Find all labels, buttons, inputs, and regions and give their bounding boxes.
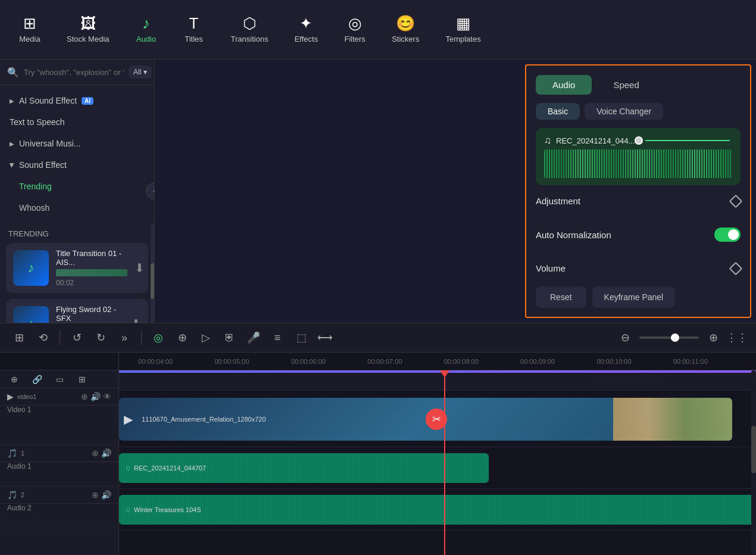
add-track-button[interactable]: ⊕ xyxy=(5,370,24,389)
scroll-thumb[interactable] xyxy=(151,263,154,299)
sidebar-item-text-to-speech[interactable]: Text to Speech xyxy=(0,111,154,133)
chevron-down-icon: ▾ xyxy=(143,68,147,76)
nav-audio[interactable]: ♪ Audio xyxy=(129,12,164,47)
audio-clip-1[interactable]: ♫ REC_20241214_044707 xyxy=(119,453,489,483)
nav-filters[interactable]: ◎ Filters xyxy=(337,12,373,47)
volume-keyframe-icon[interactable] xyxy=(729,261,743,275)
sidebar-item-universal-music[interactable]: ▶ Universal Musi... xyxy=(0,133,154,154)
auto-normalization-toggle[interactable] xyxy=(714,227,741,242)
keyframe-panel-button[interactable]: Keyframe Panel xyxy=(592,286,676,308)
nav-templates[interactable]: ▦ Templates xyxy=(438,12,488,47)
track-label-icons-audio2: ⊕ 🔊 xyxy=(92,490,111,500)
sound-card-1[interactable]: ♪ Title Transition 01 - AIS... 00:02 ⬇ xyxy=(6,243,148,293)
zoom-out-button[interactable]: ⊖ xyxy=(616,328,635,347)
sidebar-item-trending[interactable]: Trending xyxy=(0,176,154,197)
audio-clip-1-label: REC_20241214_044707 xyxy=(134,464,206,472)
audio2-volume-icon[interactable]: 🔊 xyxy=(101,490,111,500)
stickers-icon: 😊 xyxy=(396,15,415,31)
nav-media[interactable]: ⊞ Media xyxy=(12,12,48,47)
track-row-video1: ▶ 1110670_Amusement_Relation_1280x720 ✂ xyxy=(119,391,756,447)
sidebar-item-ai-sound[interactable]: ▶ AI Sound Effect AI xyxy=(0,90,154,111)
download-icon-1[interactable]: ⬇ xyxy=(135,261,145,275)
layout-options-icon[interactable]: ⋮⋮ xyxy=(727,328,746,347)
sound-list: TRENDING ♪ Title Transition 01 - AIS... … xyxy=(0,223,154,323)
track-row-audio2: ♫ Winter Treasures 104S xyxy=(119,489,756,531)
sound-title-2: Flying Sword 02 - SFX xyxy=(56,305,124,323)
adjustment-keyframe-icon[interactable] xyxy=(729,194,743,208)
audio1-num: 1 xyxy=(21,450,24,457)
reset-button[interactable]: Reset xyxy=(536,286,586,308)
time-tick-2: 00:00:06:00 xyxy=(291,358,326,365)
screen-record-icon[interactable]: ⬚ xyxy=(292,328,311,347)
audio-volume-icon[interactable]: 🔊 xyxy=(101,448,111,458)
nav-stickers[interactable]: 😊 Stickers xyxy=(385,12,426,47)
add-audio-icon[interactable]: ⊕ xyxy=(92,448,99,458)
download-icon-2[interactable]: ⬇ xyxy=(131,317,141,323)
main-content: 🔍 All ▾ ··· ▶ AI Sound Effect AI Text to… xyxy=(0,60,756,323)
nav-effects[interactable]: ✦ Effects xyxy=(288,12,326,47)
audio-clip-2[interactable]: ♫ Winter Treasures 104S xyxy=(119,495,756,525)
add-audio2-icon[interactable]: ⊕ xyxy=(92,490,99,500)
subtab-voice-changer[interactable]: Voice Changer xyxy=(585,103,663,120)
split-icon[interactable]: ▭ xyxy=(50,370,69,389)
search-input[interactable] xyxy=(24,68,124,77)
track-label-video1: ▶ video1 ⊕ 🔊 👁 xyxy=(0,388,118,406)
time-tick-5: 00:00:09:00 xyxy=(520,358,555,365)
select-tool-icon[interactable]: ⟲ xyxy=(33,328,52,347)
top-navigation: ⊞ Media 🖼 Stock Media ♪ Audio T Titles ⬡… xyxy=(0,0,756,60)
tab-audio[interactable]: Audio xyxy=(536,75,592,95)
audio1-track-name: Audio 1 xyxy=(0,462,118,470)
music-note-icon-2: ♪ xyxy=(28,316,35,323)
shield-icon[interactable]: ⛨ xyxy=(220,328,239,347)
sound-card-2[interactable]: ♪ Flying Sword 02 - SFX 00:04 ⬇ xyxy=(6,299,148,323)
v-scrollbar-thumb[interactable] xyxy=(751,426,756,473)
video-track-icon: ▶ xyxy=(7,392,14,401)
search-filter-dropdown[interactable]: All ▾ xyxy=(129,66,152,79)
text-to-speech-label: Text to Speech xyxy=(10,117,65,127)
scene-view-icon[interactable]: ⊞ xyxy=(10,328,29,347)
video-clip-1[interactable]: ▶ 1110670_Amusement_Relation_1280x720 ✂ xyxy=(119,398,732,441)
redo-button[interactable]: ↻ xyxy=(91,328,110,347)
nav-stock-media[interactable]: 🖼 Stock Media xyxy=(60,12,117,47)
zoom-slider-thumb[interactable] xyxy=(671,333,679,342)
add-media-icon[interactable]: ⊕ xyxy=(81,392,88,401)
add-clip-icon[interactable]: ⊕ xyxy=(173,328,192,347)
list-icon[interactable]: ≡ xyxy=(268,328,287,347)
mic-icon[interactable]: 🎤 xyxy=(244,328,263,347)
chevron-left-icon: ‹ xyxy=(153,187,155,195)
face-track-icon[interactable]: ◎ xyxy=(149,328,168,347)
audio-waveform-header: ♫ REC_20241214_044... xyxy=(544,135,732,146)
music-note-icon: ♫ xyxy=(544,135,551,146)
volume-icon[interactable]: 🔊 xyxy=(90,392,101,401)
track-label-audio2: 🎵 2 ⊕ 🔊 xyxy=(0,487,118,504)
time-tick-6: 00:00:10:00 xyxy=(597,358,632,365)
undo-button[interactable]: ↺ xyxy=(67,328,86,347)
nav-titles[interactable]: T Titles xyxy=(176,12,212,47)
play-icon[interactable]: ▷ xyxy=(196,328,215,347)
subtab-basic[interactable]: Basic xyxy=(536,103,580,120)
audio-track-icon-2: 🎵 xyxy=(7,490,17,500)
sidebar-menu: ▶ AI Sound Effect AI Text to Speech ▶ Un… xyxy=(0,85,154,223)
more-tools-icon[interactable]: » xyxy=(115,328,134,347)
link-icon[interactable]: 🔗 xyxy=(27,370,46,389)
zoom-slider[interactable] xyxy=(639,336,699,339)
search-bar: 🔍 All ▾ ··· xyxy=(0,60,154,85)
scissors-icon[interactable]: ✂ xyxy=(426,409,447,430)
scroll-track xyxy=(151,223,154,323)
sidebar-item-whoosh[interactable]: Whoosh xyxy=(0,197,154,219)
zoom-in-button[interactable]: ⊕ xyxy=(704,328,723,347)
audio2-track-name: Audio 2 xyxy=(0,504,118,512)
eye-icon[interactable]: 👁 xyxy=(103,392,111,401)
group-icon[interactable]: ⊞ xyxy=(73,370,92,389)
templates-icon: ▦ xyxy=(456,15,471,31)
resize-icon[interactable]: ⟷ xyxy=(315,328,335,347)
track-label-icons-audio1: ⊕ 🔊 xyxy=(92,448,111,458)
audio-file-name: REC_20241214_044... xyxy=(556,136,635,145)
nav-transitions[interactable]: ⬡ Transitions xyxy=(224,12,276,47)
sidebar-item-sound-effect[interactable]: ▶ Sound Effect xyxy=(0,154,154,176)
adjustment-row: Adjustment xyxy=(536,194,741,208)
panel-tabs: Audio Speed xyxy=(536,75,741,95)
tab-speed[interactable]: Speed xyxy=(596,75,655,95)
time-tick-1: 00:00:05:00 xyxy=(215,358,249,365)
video1-track-name: Video 1 xyxy=(0,406,118,414)
